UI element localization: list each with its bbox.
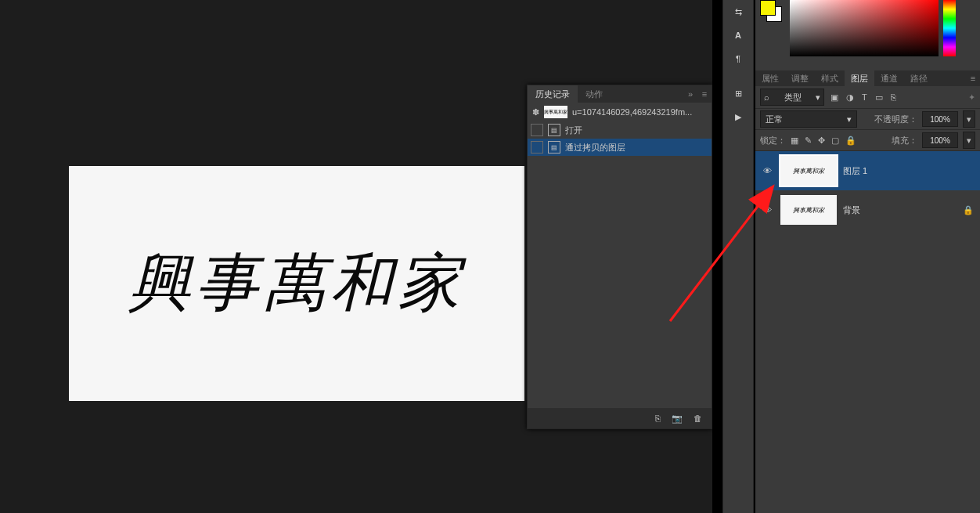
right-column: 属性 调整 样式 图层 通道 路径 ≡ ⌕ 类型 ▾ ▣ ◑ T ▭ ⎘ ✦ xyxy=(755,0,980,513)
history-source-row[interactable]: ✽ 興事萬和家 u=1074146029,469243219fm... xyxy=(528,103,712,121)
tab-history[interactable]: 历史记录 xyxy=(528,85,578,103)
history-step-label: 通过拷贝的图层 xyxy=(565,142,625,154)
history-step[interactable]: ▤ 打开 xyxy=(528,121,712,139)
tab-actions[interactable]: 动作 xyxy=(578,85,611,103)
lock-pixels-icon[interactable]: ▦ xyxy=(791,135,798,146)
history-footer: ⎘ 📷 🗑 xyxy=(528,408,712,428)
doc-icon: ▤ xyxy=(548,141,560,154)
layer-thumbnail[interactable]: 興事萬和家 xyxy=(780,195,837,225)
chevron-down-icon: ▾ xyxy=(847,114,852,125)
opacity-value[interactable]: 100% xyxy=(922,111,958,127)
filter-kind-label: 类型 xyxy=(784,92,802,103)
new-snapshot-icon[interactable]: ⎘ xyxy=(655,414,661,423)
visibility-toggle[interactable]: 👁 xyxy=(760,205,774,215)
history-doc-thumb: 興事萬和家 xyxy=(544,106,567,118)
filter-text-icon[interactable]: T xyxy=(862,92,867,103)
tab-layers[interactable]: 图层 xyxy=(845,70,874,86)
lock-row: 锁定： ▦ ✎ ✥ ▢ 🔒 填充： 100% ▾ xyxy=(755,130,980,151)
right-toolstrip: ⇆ A ¶ ⊞ ▶ xyxy=(722,0,754,513)
hue-slider[interactable] xyxy=(943,0,956,56)
layer-name[interactable]: 背景 xyxy=(843,204,957,216)
camera-icon[interactable]: 📷 xyxy=(672,414,683,424)
blend-row: 正常 ▾ 不透明度： 100% ▾ xyxy=(755,109,980,130)
chevron-down-icon[interactable]: ▾ xyxy=(963,132,975,149)
tab-adjust[interactable]: 调整 xyxy=(785,70,815,86)
filter-adjust-icon[interactable]: ◑ xyxy=(846,92,854,103)
tab-paths[interactable]: 路径 xyxy=(904,70,934,86)
fg-bg-swatches[interactable] xyxy=(760,0,784,23)
document-canvas[interactable]: 興事萬和家 xyxy=(69,166,524,401)
compare-icon[interactable]: ⇆ xyxy=(723,0,753,23)
history-panel-tabs: 历史记录 动作 » ≡ xyxy=(528,85,712,103)
color-panel xyxy=(755,0,980,70)
ruler-icon[interactable]: ⊞ xyxy=(723,81,753,105)
opacity-label: 不透明度： xyxy=(874,114,917,125)
layer-thumbnail[interactable]: 興事萬和家 xyxy=(780,156,837,186)
tab-properties[interactable]: 属性 xyxy=(755,70,785,86)
layer-row[interactable]: 👁 興事萬和家 背景 🔒 xyxy=(755,190,980,229)
type-tool-icon[interactable]: A xyxy=(723,23,753,47)
doc-icon: ▤ xyxy=(548,124,560,136)
blend-mode-select[interactable]: 正常 ▾ xyxy=(760,110,857,128)
right-panel-tabs: 属性 调整 样式 图层 通道 路径 ≡ xyxy=(755,70,980,86)
collapse-icon[interactable]: » xyxy=(683,89,697,99)
history-step-marker[interactable] xyxy=(531,124,543,136)
panel-menu-icon[interactable]: ≡ xyxy=(697,89,712,99)
layer-lock-icon: 🔒 xyxy=(963,205,975,215)
lock-artboard-icon[interactable]: ▢ xyxy=(831,135,839,146)
layer-name[interactable]: 图层 1 xyxy=(843,165,957,177)
history-panel: 历史记录 动作 » ≡ ✽ 興事萬和家 u=1074146029,4692432… xyxy=(527,85,712,429)
fill-value[interactable]: 100% xyxy=(922,132,958,148)
lock-label: 锁定： xyxy=(760,135,786,146)
lock-all-icon[interactable]: 🔒 xyxy=(845,135,856,146)
chevron-down-icon[interactable]: ▾ xyxy=(963,110,975,128)
blend-mode-label: 正常 xyxy=(766,114,783,125)
layer-filter-row: ⌕ 类型 ▾ ▣ ◑ T ▭ ⎘ ✦ xyxy=(755,86,980,109)
tab-styles[interactable]: 样式 xyxy=(815,70,845,86)
history-step-label: 打开 xyxy=(565,125,582,136)
trash-icon[interactable]: 🗑 xyxy=(694,414,702,423)
paragraph-icon[interactable]: ¶ xyxy=(723,47,753,70)
tab-channels[interactable]: 通道 xyxy=(874,70,904,86)
canvas-artwork-text: 興事萬和家 xyxy=(128,241,465,326)
chevron-down-icon: ▾ xyxy=(816,92,820,103)
filter-kind-select[interactable]: ⌕ 类型 ▾ xyxy=(760,89,824,106)
filter-shape-icon[interactable]: ▭ xyxy=(875,92,883,103)
history-brush-icon: ✽ xyxy=(532,107,539,117)
search-icon: ⌕ xyxy=(764,92,769,102)
foreground-swatch[interactable] xyxy=(760,0,776,16)
visibility-toggle[interactable]: 👁 xyxy=(760,166,774,175)
layers-list: 👁 興事萬和家 图层 1 👁 興事萬和家 背景 🔒 xyxy=(755,151,980,488)
filter-image-icon[interactable]: ▣ xyxy=(830,92,838,103)
filter-smart-icon[interactable]: ⎘ xyxy=(891,92,896,103)
play-icon[interactable]: ▶ xyxy=(723,105,753,128)
history-list: ▤ 打开 ▤ 通过拷贝的图层 xyxy=(528,121,712,408)
lock-brush-icon[interactable]: ✎ xyxy=(805,135,812,146)
history-doc-name: u=1074146029,469243219fm... xyxy=(572,107,692,117)
color-field[interactable] xyxy=(790,0,939,56)
history-step-marker[interactable] xyxy=(531,141,543,154)
layer-row[interactable]: 👁 興事萬和家 图层 1 xyxy=(755,151,980,190)
fill-label: 填充： xyxy=(892,135,917,146)
panel-menu-icon[interactable]: ≡ xyxy=(966,74,980,83)
lock-position-icon[interactable]: ✥ xyxy=(818,135,825,146)
filter-toggle-icon[interactable]: ✦ xyxy=(968,92,975,103)
history-step[interactable]: ▤ 通过拷贝的图层 xyxy=(528,139,712,156)
